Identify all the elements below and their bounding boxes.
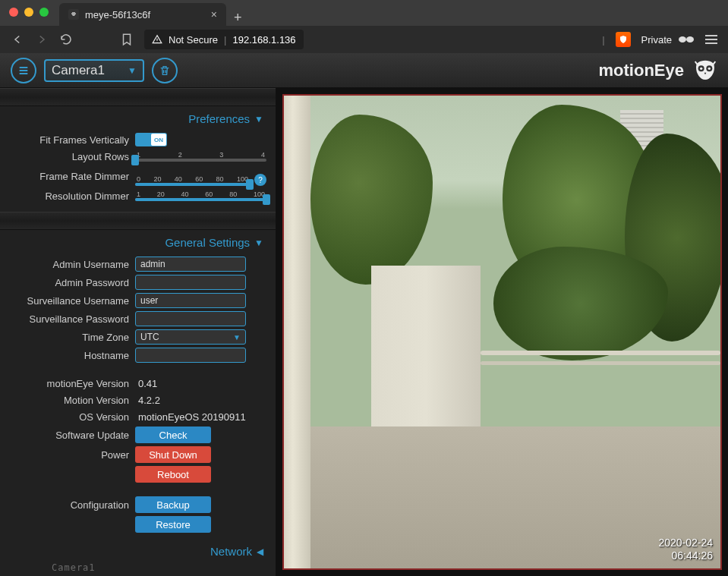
tz-value: UTC xyxy=(140,332,159,342)
shield-icon[interactable] xyxy=(616,32,631,47)
maximize-window-button[interactable] xyxy=(39,8,49,17)
browser-tab[interactable]: meye-56f13c6f × xyxy=(59,3,226,26)
admin-user-label: Admin Username xyxy=(9,259,129,270)
camera-feed[interactable]: 2020-02-24 06:44:26 xyxy=(282,94,722,570)
tab-title: meye-56f13c6f xyxy=(85,9,205,20)
svg-point-5 xyxy=(708,67,711,69)
brand: motionEye xyxy=(599,58,717,83)
bookmark-icon[interactable] xyxy=(120,33,134,46)
section-preferences-header[interactable]: Preferences ▼ xyxy=(0,106,276,131)
surv-pass-input[interactable] xyxy=(135,311,246,326)
os-ver-label: OS Version xyxy=(9,411,129,423)
resolution-slider[interactable]: 120406080100 xyxy=(135,190,266,201)
brand-text: motionEye xyxy=(599,61,684,80)
frame-rate-label: Frame Rate Dimmer xyxy=(9,171,129,182)
menu-button[interactable] xyxy=(705,35,717,44)
chevron-down-icon: ▼ xyxy=(233,333,241,342)
svg-point-0 xyxy=(679,36,686,42)
layout-rows-slider[interactable]: 1234 xyxy=(135,151,266,162)
chevron-down-icon: ▼ xyxy=(128,65,137,76)
reboot-button[interactable]: Reboot xyxy=(135,466,211,483)
hostname-label: Hostname xyxy=(9,350,129,361)
url-bar: Not Secure | 192.168.1.136 | Private xyxy=(0,26,728,53)
fit-frames-label: Fit Frames Vertically xyxy=(9,134,129,146)
frame-rate-slider[interactable]: 020406080100 xyxy=(135,175,250,186)
admin-user-input[interactable] xyxy=(135,257,246,272)
check-button[interactable]: Check xyxy=(135,426,211,443)
shutdown-button[interactable]: Shut Down xyxy=(135,446,211,463)
window-controls xyxy=(9,8,49,17)
hostname-input[interactable] xyxy=(135,348,246,363)
svg-point-1 xyxy=(686,36,694,42)
admin-pass-label: Admin Password xyxy=(9,277,129,288)
delete-camera-button[interactable] xyxy=(152,58,178,83)
tz-label: Time Zone xyxy=(9,332,129,343)
resolution-label: Resolution Dimmer xyxy=(9,190,129,202)
reload-button[interactable] xyxy=(59,33,73,46)
private-indicator: Private xyxy=(641,34,695,46)
url-field[interactable]: Not Secure | 192.168.1.136 xyxy=(144,30,304,49)
software-update-label: Software Update xyxy=(9,430,129,441)
layout-rows-label: Layout Rows xyxy=(9,151,129,162)
close-window-button[interactable] xyxy=(9,8,18,17)
owl-icon xyxy=(693,58,717,83)
section-title: Network xyxy=(210,545,252,558)
toggle-knob: ON xyxy=(151,134,166,146)
section-network-header[interactable]: Network ◀ xyxy=(0,539,276,564)
favicon-icon xyxy=(68,9,79,20)
browser-chrome: meye-56f13c6f × + Not Secure | 192.168.1… xyxy=(0,0,728,53)
section-general-header[interactable]: General Settings ▼ xyxy=(0,230,276,255)
camera-select-label: Camera1 xyxy=(52,63,105,78)
app-header: Camera1 ▼ motionEye xyxy=(0,53,728,88)
os-ver: motionEyeOS 20190911 xyxy=(135,411,266,423)
settings-menu-button[interactable] xyxy=(11,58,36,83)
warning-icon xyxy=(152,34,162,45)
svg-point-4 xyxy=(700,67,702,69)
overlay-date: 2020-02-24 xyxy=(658,537,713,549)
camera-select[interactable]: Camera1 ▼ xyxy=(44,59,144,82)
tab-bar: meye-56f13c6f × + xyxy=(0,0,728,26)
not-secure-label: Not Secure xyxy=(169,34,218,46)
main-area: Preferences ▼ Fit Frames Vertically ON L… xyxy=(0,88,728,576)
glasses-icon xyxy=(678,34,695,45)
back-button[interactable] xyxy=(11,33,24,46)
fit-frames-toggle[interactable]: ON xyxy=(135,133,167,146)
minimize-window-button[interactable] xyxy=(24,8,33,17)
section-title: Preferences xyxy=(188,112,250,125)
new-tab-button[interactable]: + xyxy=(226,10,250,26)
restore-button[interactable]: Restore xyxy=(135,516,211,533)
surv-user-input[interactable] xyxy=(135,293,246,308)
motion-ver: 4.2.2 xyxy=(135,395,266,406)
timestamp-overlay: 2020-02-24 06:44:26 xyxy=(658,537,713,562)
backup-button[interactable]: Backup xyxy=(135,496,211,513)
section-title: General Settings xyxy=(165,236,250,249)
url-text: 192.168.1.136 xyxy=(232,34,295,46)
private-label: Private xyxy=(641,34,672,46)
chevron-down-icon: ▼ xyxy=(254,114,263,124)
chevron-down-icon: ▼ xyxy=(254,238,263,248)
admin-pass-input[interactable] xyxy=(135,275,246,290)
config-label: Configuration xyxy=(9,499,129,511)
motioneye-ver-label: motionEye Version xyxy=(9,378,129,389)
preview-pane: 2020-02-24 06:44:26 xyxy=(276,88,728,576)
surv-user-label: Surveillance Username xyxy=(9,295,129,307)
camera-watermark: Camera1 xyxy=(52,562,96,573)
sidebar[interactable]: Preferences ▼ Fit Frames Vertically ON L… xyxy=(0,88,276,576)
surv-pass-label: Surveillance Password xyxy=(9,313,129,325)
tz-select[interactable]: UTC▼ xyxy=(135,329,246,345)
close-tab-icon[interactable]: × xyxy=(211,8,217,20)
help-icon[interactable]: ? xyxy=(254,174,266,186)
motion-ver-label: Motion Version xyxy=(9,395,129,406)
chevron-left-icon: ◀ xyxy=(257,546,263,557)
overlay-time: 06:44:26 xyxy=(658,549,713,562)
forward-button[interactable] xyxy=(35,33,49,46)
motioneye-ver: 0.41 xyxy=(135,378,266,389)
power-label: Power xyxy=(9,449,129,461)
